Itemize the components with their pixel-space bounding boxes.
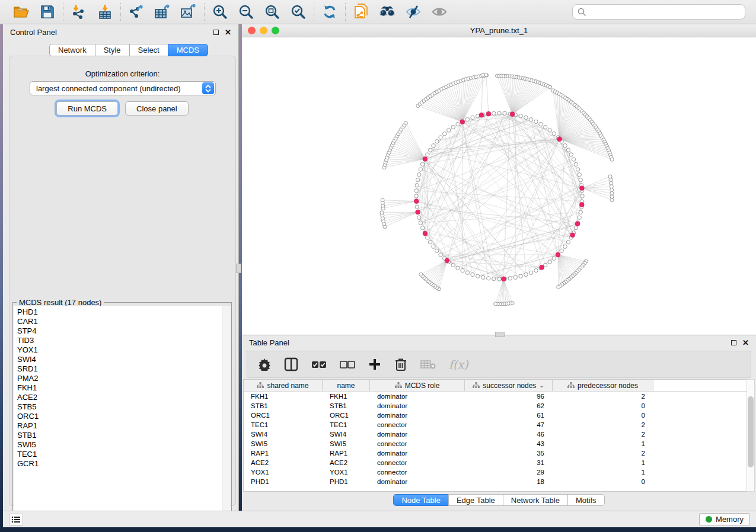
export-image-icon[interactable] <box>180 4 197 20</box>
column-header-mcds-role[interactable]: MCDS role <box>370 380 465 391</box>
tab-network[interactable]: Network <box>49 44 95 56</box>
select-all-icon[interactable] <box>311 360 327 369</box>
control-panel-tabs: NetworkStyleSelectMCDS <box>49 44 208 56</box>
import-table-icon[interactable] <box>97 4 113 20</box>
mcds-result-item[interactable]: YOX1 <box>14 345 222 355</box>
deselect-all-icon[interactable] <box>340 360 355 369</box>
node-table[interactable]: shared namenameMCDS rolesuccessor nodes⌄… <box>243 379 747 492</box>
table-row[interactable]: ACE2ACE2connector311 <box>244 458 747 467</box>
tab-style[interactable]: Style <box>95 44 129 56</box>
criterion-dropdown[interactable]: largest connected component (undirected) <box>30 81 216 95</box>
table-scrollbar[interactable] <box>747 379 755 492</box>
mcds-result-item[interactable]: SRD1 <box>14 364 222 374</box>
task-history-button[interactable] <box>9 514 23 525</box>
tab-network-table[interactable]: Network Table <box>503 494 567 506</box>
table-row[interactable]: ORC1ORC1dominator610 <box>244 411 747 420</box>
table-cell: 2 <box>553 420 653 430</box>
mcds-result-item[interactable]: PMA2 <box>14 374 222 383</box>
export-table-icon[interactable] <box>154 4 171 20</box>
table-cell-filler <box>653 439 747 448</box>
close-icon[interactable]: ✕ <box>225 30 231 35</box>
run-mcds-button[interactable]: Run MCDS <box>56 101 118 116</box>
column-header-name[interactable]: name <box>323 380 370 391</box>
show-all-icon[interactable] <box>431 4 448 20</box>
table-row[interactable]: FKH1FKH1dominator962 <box>244 392 747 401</box>
horizontal-splitter-handle[interactable] <box>495 332 505 337</box>
table-cell: 1 <box>553 467 653 477</box>
mcds-result-item[interactable]: TEC1 <box>14 450 222 459</box>
mcds-result-item[interactable]: RAP1 <box>14 421 222 431</box>
search-input[interactable] <box>586 8 740 17</box>
mcds-panel: Optimization criterion: largest connecte… <box>9 56 236 506</box>
column-header-successor-nodes[interactable]: successor nodes⌄ <box>465 380 553 391</box>
network-canvas[interactable] <box>242 37 756 334</box>
close-icon[interactable]: ✕ <box>742 340 749 345</box>
show-columns-icon[interactable] <box>284 357 298 371</box>
network-window-title: YPA_prune.txt_1 <box>242 26 756 35</box>
mcds-result-item[interactable]: STP4 <box>14 326 222 336</box>
zoom-fit-icon[interactable] <box>264 4 280 20</box>
find-icon[interactable] <box>379 4 395 20</box>
zoom-in-icon[interactable] <box>212 4 228 20</box>
network-graph <box>242 37 756 334</box>
table-cell: SWI5 <box>323 439 370 448</box>
table-row[interactable]: SWI4SWI4dominator462 <box>244 430 747 439</box>
mcds-result-item[interactable]: ACE2 <box>14 393 222 402</box>
tab-node-table[interactable]: Node Table <box>393 494 448 506</box>
column-header-shared-name[interactable]: shared name <box>244 380 323 391</box>
table-cell-filler <box>653 458 747 467</box>
mcds-result-item[interactable]: TID3 <box>14 336 222 345</box>
search-field[interactable] <box>572 4 745 20</box>
column-header-predecessor-nodes[interactable]: predecessor nodes <box>553 380 653 391</box>
add-column-icon[interactable] <box>368 358 381 371</box>
table-row[interactable]: PHD1PHD1dominator180 <box>244 477 747 486</box>
table-cell: STB1 <box>323 401 370 411</box>
table-cell: TEC1 <box>244 420 323 430</box>
tab-edge-table[interactable]: Edge Table <box>448 494 503 506</box>
mcds-list-scrollbar[interactable] <box>222 306 231 519</box>
table-scrollbar-thumb[interactable] <box>748 396 754 467</box>
memory-button[interactable]: Memory <box>699 513 750 526</box>
tab-mcds[interactable]: MCDS <box>168 44 208 56</box>
zoom-out-icon[interactable] <box>238 4 254 20</box>
mcds-result-item[interactable]: GCR1 <box>14 459 222 469</box>
mcds-result-item[interactable]: SWI5 <box>14 440 222 450</box>
table-cell: FKH1 <box>244 392 323 401</box>
open-session-icon[interactable] <box>13 4 30 20</box>
status-bar: Memory <box>3 511 756 527</box>
table-options-icon[interactable] <box>258 358 271 371</box>
table-cell: dominator <box>370 430 465 439</box>
mcds-result-item[interactable]: ORC1 <box>14 412 222 421</box>
mcds-result-item[interactable]: PHD1 <box>14 307 222 317</box>
table-cell: connector <box>370 467 465 477</box>
table-cell-filler <box>653 392 747 401</box>
tab-motifs[interactable]: Motifs <box>567 494 605 506</box>
table-cell: connector <box>370 439 465 448</box>
export-network-icon[interactable] <box>128 4 145 20</box>
float-icon[interactable] <box>213 30 219 35</box>
table-row[interactable]: TEC1TEC1connector472 <box>244 420 747 430</box>
import-network-icon[interactable] <box>71 4 87 20</box>
mcds-result-item[interactable]: STB5 <box>14 402 222 412</box>
apply-layout-icon[interactable] <box>321 4 338 20</box>
table-row[interactable]: SWI5SWI5connector431 <box>244 439 747 448</box>
table-row[interactable]: RAP1RAP1dominator352 <box>244 448 747 458</box>
network-window-titlebar[interactable]: YPA_prune.txt_1 <box>242 24 756 37</box>
save-session-icon[interactable] <box>39 4 56 20</box>
table-row[interactable]: YOX1YOX1connector291 <box>244 467 747 477</box>
table-cell: SWI4 <box>244 430 323 439</box>
network-from-selection-icon[interactable] <box>353 4 369 20</box>
mcds-result-item[interactable]: FKH1 <box>14 383 222 393</box>
float-icon[interactable] <box>731 340 736 345</box>
vertical-splitter-handle[interactable] <box>236 264 241 273</box>
tab-select[interactable]: Select <box>129 44 168 56</box>
close-panel-button[interactable]: Close panel <box>125 101 189 116</box>
hide-selected-icon[interactable] <box>405 4 422 20</box>
zoom-selected-icon[interactable] <box>290 4 307 20</box>
column-type-icon <box>473 382 480 389</box>
delete-column-icon[interactable] <box>394 357 407 371</box>
mcds-result-item[interactable]: SWI4 <box>14 355 222 364</box>
mcds-result-item[interactable]: STB1 <box>14 431 222 440</box>
mcds-result-item[interactable]: CAR1 <box>14 317 222 326</box>
table-row[interactable]: STB1STB1dominator620 <box>244 401 747 411</box>
